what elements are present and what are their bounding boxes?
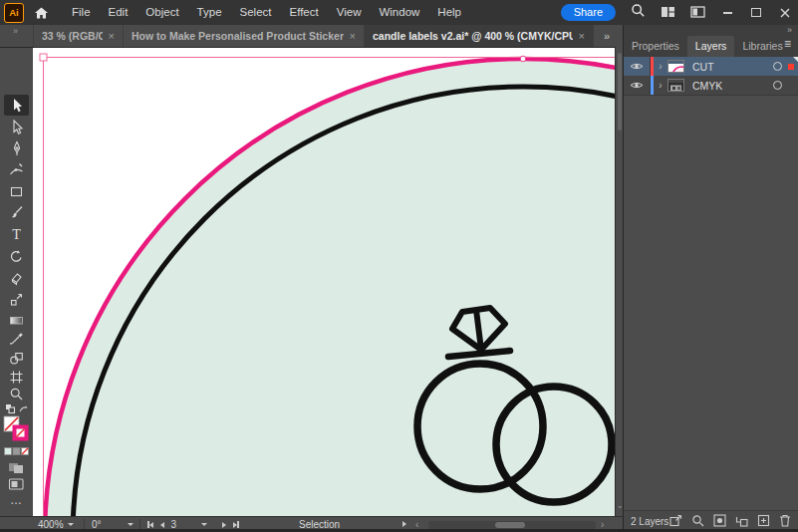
workspace-switcher-icon[interactable] <box>661 4 675 22</box>
next-artboard-button[interactable] <box>222 522 226 528</box>
illustrator-app-icon[interactable]: Ai <box>4 3 24 23</box>
tab-layers[interactable]: Layers <box>687 36 735 57</box>
paintbrush-tool-icon[interactable] <box>0 205 33 220</box>
tab-properties[interactable]: Properties <box>624 36 687 57</box>
layer-name[interactable]: CUT <box>692 61 773 73</box>
menu-item[interactable]: Object <box>136 0 187 25</box>
panel-menu-icon[interactable]: ≡ <box>784 38 791 50</box>
more-tools-icon[interactable]: … <box>0 493 33 507</box>
color-controls-icons[interactable] <box>0 447 33 456</box>
layer-thumbnail[interactable] <box>667 79 684 92</box>
dock-toggle-icon: » <box>13 26 18 36</box>
first-artboard-button[interactable] <box>147 521 153 528</box>
fill-stroke-indicator[interactable] <box>0 415 33 442</box>
selection-color-chip <box>788 64 794 70</box>
vertical-scrollbar[interactable]: ⌄ <box>615 47 623 516</box>
scale-tool-icon[interactable] <box>0 292 33 307</box>
layer-row-cut[interactable]: › CUT <box>624 57 798 77</box>
target-circle-icon[interactable] <box>773 62 782 71</box>
horizontal-scroll-thumb[interactable] <box>495 522 525 528</box>
document-tab[interactable]: How to Make Personalised Product Sticker… <box>124 25 365 47</box>
tab-overflow-icon[interactable]: » <box>604 25 610 47</box>
layer-row-cmyk[interactable]: › CMYK <box>624 76 798 96</box>
document-tabbar: » 33 % (RGB/CPU ... × How to Make Person… <box>0 25 623 47</box>
bbox-corner-handle <box>40 54 47 61</box>
menu-item[interactable]: File <box>63 0 100 25</box>
locate-object-icon[interactable] <box>691 513 704 531</box>
svg-text:T: T <box>12 227 21 242</box>
tab-title: How to Make Personalised Product Sticker… <box>132 25 344 47</box>
gradient-tool-icon[interactable] <box>0 313 33 328</box>
toolbar-dock-header[interactable]: » <box>0 25 34 47</box>
menu-item[interactable]: View <box>328 0 371 25</box>
previous-artboard-button[interactable] <box>160 522 164 528</box>
delete-layer-icon[interactable] <box>779 513 791 531</box>
menu-item[interactable]: Effect <box>281 0 328 25</box>
clipping-mask-icon[interactable] <box>713 513 726 531</box>
collect-for-export-icon[interactable] <box>669 513 682 531</box>
illustrator-window: Ai FileEditObjectTypeSelectEffectViewWin… <box>0 0 798 532</box>
artwork-svg <box>33 47 615 516</box>
document-tab-active[interactable]: candle labels v2.ai* @ 400 % (CMYK/CPU P… <box>365 25 594 47</box>
document-tab[interactable]: 33 % (RGB/CPU ... × <box>34 25 124 47</box>
menu-item[interactable]: Window <box>370 0 428 25</box>
selected-art-indicator <box>793 57 798 62</box>
close-tab-icon[interactable]: × <box>350 25 356 47</box>
visibility-eye-icon[interactable] <box>624 62 650 71</box>
horizontal-scrollbar[interactable] <box>428 521 596 529</box>
shape-builder-tool-icon[interactable] <box>0 351 33 366</box>
maximize-button[interactable] <box>749 6 763 20</box>
layer-count: 2 Layers <box>631 516 669 527</box>
close-tab-icon[interactable]: × <box>579 25 585 47</box>
last-artboard-button[interactable] <box>233 521 239 528</box>
anchor-point <box>520 56 526 62</box>
minimize-button[interactable] <box>720 6 734 20</box>
new-sublayer-icon[interactable] <box>735 513 748 531</box>
artboard-tool-icon[interactable] <box>0 370 33 385</box>
tab-title: candle labels v2.ai* @ 400 % (CMYK/CPU P… <box>373 25 573 47</box>
menu-item[interactable]: Edit <box>100 0 137 25</box>
direct-selection-tool-icon[interactable] <box>0 120 33 135</box>
pen-tool-icon[interactable] <box>0 140 33 156</box>
artboard-canvas[interactable] <box>33 47 615 516</box>
eraser-tool-icon[interactable] <box>0 271 33 286</box>
arrange-documents-icon[interactable] <box>690 4 705 22</box>
layer-thumbnail[interactable] <box>667 60 684 73</box>
home-icon[interactable] <box>34 6 49 20</box>
close-window-button[interactable] <box>778 6 792 20</box>
vertical-scroll-thumb[interactable] <box>618 53 622 131</box>
tab-libraries[interactable]: Libraries <box>734 36 790 57</box>
tab-title: 33 % (RGB/CPU ... <box>42 25 103 47</box>
chevron-down-icon <box>68 523 74 526</box>
menu-item[interactable]: Help <box>428 0 470 25</box>
rectangle-tool-icon[interactable] <box>0 184 33 199</box>
swap-fill-stroke-icon[interactable] <box>0 403 33 414</box>
curvature-tool-icon[interactable] <box>0 162 33 177</box>
menu-item[interactable]: Select <box>231 0 281 25</box>
rotate-tool-icon[interactable] <box>0 249 33 264</box>
visibility-eye-icon[interactable] <box>624 81 650 90</box>
share-button[interactable]: Share <box>561 4 616 21</box>
close-tab-icon[interactable]: × <box>109 25 115 47</box>
menubar: Ai FileEditObjectTypeSelectEffectViewWin… <box>0 0 798 26</box>
status-popup-icon[interactable] <box>402 521 406 527</box>
new-layer-icon[interactable] <box>757 513 770 531</box>
selection-tool-icon[interactable] <box>0 98 33 114</box>
screen-mode-icon[interactable] <box>0 477 33 491</box>
menu-item[interactable]: Type <box>188 0 231 25</box>
expand-layer-icon[interactable]: › <box>654 61 667 72</box>
collapse-panel-icon[interactable]: » <box>787 25 792 35</box>
type-tool-icon[interactable]: T <box>0 226 33 242</box>
panel-dock: » Properties Layers Libraries ≡ › CUT <box>623 25 798 532</box>
menu-list: FileEditObjectTypeSelectEffectViewWindow… <box>63 0 470 25</box>
expand-layer-icon[interactable]: › <box>654 80 667 91</box>
layer-name[interactable]: CMYK <box>692 80 773 92</box>
chevron-down-icon <box>128 523 133 526</box>
artboard-dropdown-icon[interactable] <box>201 523 207 526</box>
search-icon[interactable] <box>631 3 646 22</box>
target-circle-icon[interactable] <box>773 81 782 90</box>
drawing-modes-icon[interactable] <box>0 461 33 474</box>
tools-panel: T <box>0 47 33 516</box>
zoom-tool-icon[interactable] <box>0 387 33 401</box>
eyedropper-tool-icon[interactable] <box>0 332 33 347</box>
